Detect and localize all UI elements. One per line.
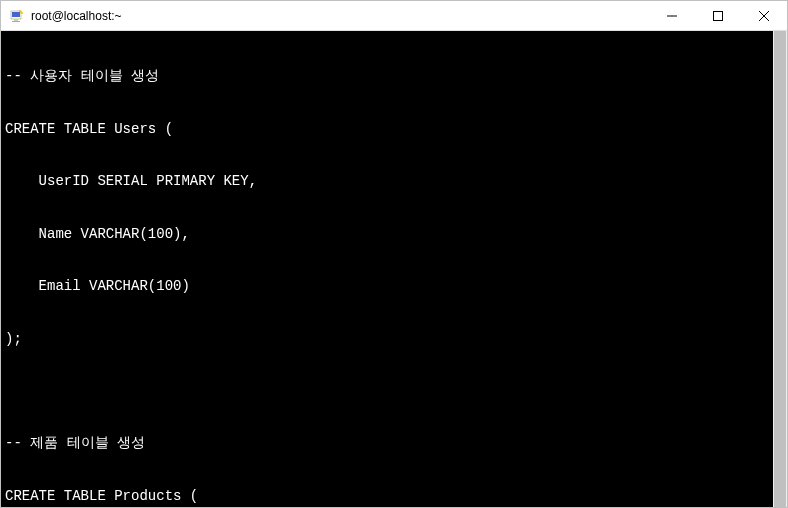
code-line: Email VARCHAR(100) [5, 278, 783, 296]
code-line: CREATE TABLE Users ( [5, 121, 783, 139]
terminal-content[interactable]: -- 사용자 테이블 생성 CREATE TABLE Users ( UserI… [1, 31, 787, 507]
code-line: Name VARCHAR(100), [5, 226, 783, 244]
code-line: -- 사용자 테이블 생성 [5, 68, 783, 86]
code-line: -- 제품 테이블 생성 [5, 435, 783, 453]
code-line: ); [5, 331, 783, 349]
window-controls [649, 1, 787, 30]
scrollbar-thumb[interactable] [774, 31, 786, 507]
code-line: CREATE TABLE Products ( [5, 488, 783, 506]
svg-rect-3 [12, 21, 20, 22]
close-button[interactable] [741, 1, 787, 30]
titlebar[interactable]: root@localhost:~ [1, 1, 787, 31]
svg-rect-1 [12, 12, 20, 17]
code-line: UserID SERIAL PRIMARY KEY, [5, 173, 783, 191]
scrollbar[interactable] [773, 31, 787, 507]
maximize-button[interactable] [695, 1, 741, 30]
minimize-button[interactable] [649, 1, 695, 30]
code-line [5, 383, 783, 400]
svg-rect-5 [714, 11, 723, 20]
svg-rect-2 [14, 19, 18, 21]
putty-icon [9, 8, 25, 24]
window-title: root@localhost:~ [31, 9, 649, 23]
terminal-window: root@localhost:~ -- 사용자 테이블 생성 CREATE TA… [0, 0, 788, 508]
